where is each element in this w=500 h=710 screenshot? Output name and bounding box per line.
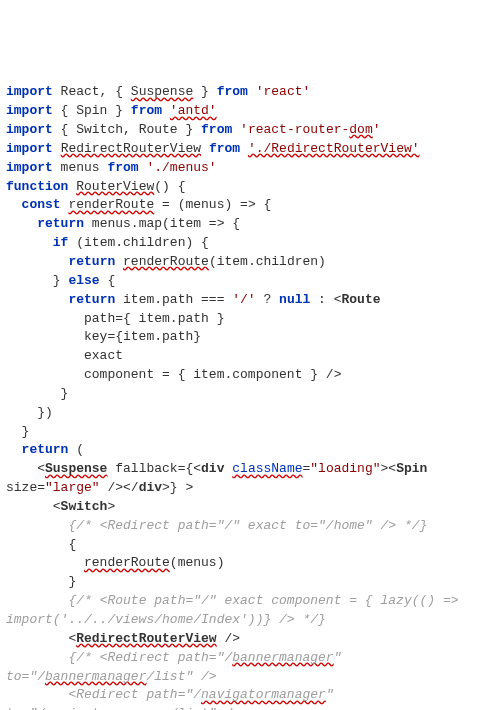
code-token — [53, 141, 61, 156]
code-token: import — [6, 84, 53, 99]
code-token: div — [201, 461, 224, 476]
code-line: import menus from './menus' — [6, 159, 494, 178]
code-token: { — [100, 273, 116, 288]
code-token: "loading" — [310, 461, 380, 476]
code-line: {/* <Redirect path="/bannermanager" — [6, 649, 494, 668]
code-token: /list" /> — [146, 669, 216, 684]
code-token: " — [326, 687, 342, 702]
code-line: import React, { Suspense } from 'react' — [6, 83, 494, 102]
code-token: import('../../views/home/Index'))} /> */… — [6, 612, 326, 627]
code-token: import — [6, 122, 53, 137]
code-line: <Redirect path="/navigatormanager" — [6, 686, 494, 705]
code-token: to="/ — [6, 706, 45, 710]
code-token: renderRoute — [123, 254, 209, 269]
code-token: (item.children) { — [68, 235, 208, 250]
code-token — [248, 84, 256, 99]
code-line: size="large" /></div>} > — [6, 479, 494, 498]
code-token: {/* <Redirect path="/ — [68, 650, 232, 665]
code-token: renderRoute — [68, 197, 154, 212]
code-token: >} > — [162, 480, 193, 495]
code-token: (item.children) — [209, 254, 326, 269]
code-token: " — [334, 650, 350, 665]
code-block: import React, { Suspense } from 'react'i… — [6, 83, 494, 710]
code-token: to="/ — [6, 669, 45, 684]
code-line: return item.path === '/' ? null : <Route — [6, 291, 494, 310]
code-token — [232, 122, 240, 137]
code-token: item.path === — [115, 292, 232, 307]
code-token: /> — [100, 480, 123, 495]
code-token: 'react' — [256, 84, 311, 99]
code-line: import { Spin } from 'antd' — [6, 102, 494, 121]
code-token: } — [6, 386, 68, 401]
code-token: () { — [154, 179, 185, 194]
code-token — [6, 197, 22, 212]
code-token: return — [22, 442, 69, 457]
code-line: return menus.map(item => { — [6, 215, 494, 234]
code-token: './menus' — [146, 160, 216, 175]
code-line: import { Switch, Route } from 'react-rou… — [6, 121, 494, 140]
code-line: path={ item.path } — [6, 310, 494, 329]
code-token — [115, 254, 123, 269]
code-line: renderRoute(menus) — [6, 554, 494, 573]
code-token: className — [232, 461, 302, 476]
code-line: <Suspense fallback={<div className="load… — [6, 460, 494, 479]
code-line: component = { item.component } /> — [6, 366, 494, 385]
code-token — [6, 442, 22, 457]
code-token: React, { — [53, 84, 131, 99]
code-token: } — [6, 574, 76, 589]
code-token — [6, 254, 68, 269]
code-token: fallback={< — [107, 461, 201, 476]
code-token — [6, 650, 68, 665]
code-token: : < — [310, 292, 341, 307]
code-token: { — [6, 537, 76, 552]
code-token: 'react-router- — [240, 122, 349, 137]
code-token: const — [22, 197, 61, 212]
code-token: </ — [123, 480, 139, 495]
code-token: bannermanager — [232, 650, 333, 665]
code-line: <RedirectRouterView /> — [6, 630, 494, 649]
code-line: {/* <Redirect path="/" exact to="/home" … — [6, 517, 494, 536]
code-token — [6, 292, 68, 307]
code-token: } — [6, 273, 68, 288]
code-token — [6, 518, 68, 533]
code-token: from — [107, 160, 138, 175]
code-token: bannermanager — [45, 669, 146, 684]
code-token: from — [201, 122, 232, 137]
code-token: } — [6, 424, 29, 439]
code-token: 'antd' — [170, 103, 217, 118]
code-token: menus — [53, 160, 108, 175]
code-token: from — [217, 84, 248, 99]
code-token: >< — [381, 461, 397, 476]
code-token: Switch — [61, 499, 108, 514]
code-token: key={item.path} — [6, 329, 201, 344]
code-token: { Switch, Route } — [53, 122, 201, 137]
code-line: import RedirectRouterView from './Redire… — [6, 140, 494, 159]
code-token: ' — [373, 122, 381, 137]
code-line: } — [6, 423, 494, 442]
code-line: function RouterView() { — [6, 178, 494, 197]
code-token: (menus) — [170, 555, 225, 570]
code-token — [6, 216, 37, 231]
code-token: div — [139, 480, 162, 495]
code-token: import — [6, 103, 53, 118]
code-token: path={ item.path } — [6, 311, 224, 326]
code-token — [427, 461, 435, 476]
code-token: RouterView — [76, 179, 154, 194]
code-token — [240, 141, 248, 156]
code-line: return renderRoute(item.children) — [6, 253, 494, 272]
code-line: } else { — [6, 272, 494, 291]
code-token: from — [131, 103, 162, 118]
code-token: return — [68, 292, 115, 307]
code-token: Suspense — [45, 461, 107, 476]
code-line: }) — [6, 404, 494, 423]
code-token: if — [53, 235, 69, 250]
code-token: { Spin } — [53, 103, 131, 118]
code-token: '/' — [232, 292, 255, 307]
code-line: const renderRoute = (menus) => { — [6, 196, 494, 215]
code-token: = (menus) => { — [154, 197, 271, 212]
code-token: import — [6, 141, 53, 156]
code-line: <Switch> — [6, 498, 494, 517]
code-token: './RedirectRouterView' — [248, 141, 420, 156]
code-token: return — [37, 216, 84, 231]
code-line: exact — [6, 347, 494, 366]
